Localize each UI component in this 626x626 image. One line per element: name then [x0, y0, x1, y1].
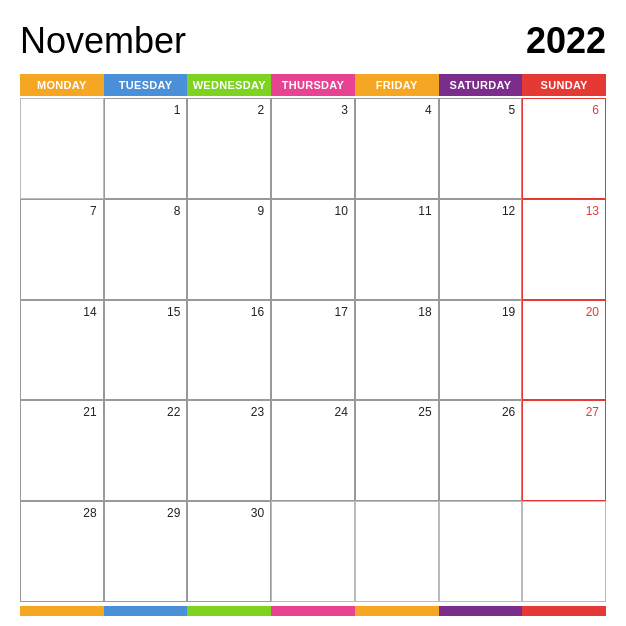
day-number: 22 [167, 405, 180, 419]
day-number: 1 [174, 103, 181, 117]
calendar-day-cell: 4 [355, 98, 439, 199]
day-header-sunday: Sunday [522, 74, 606, 96]
calendar-day-cell: 1 [104, 98, 188, 199]
calendar-day-cell: 2 [187, 98, 271, 199]
calendar-day-cell: 25 [355, 400, 439, 501]
calendar-grid: MondayTuesdayWednesdayThursdayFridaySatu… [20, 74, 606, 602]
calendar-day-cell: 20 [522, 300, 606, 401]
day-number: 20 [586, 305, 599, 319]
calendar-day-cell: 24 [271, 400, 355, 501]
calendar-day-cell: 23 [187, 400, 271, 501]
calendar-day-cell: 26 [439, 400, 523, 501]
calendar-day-cell: 11 [355, 199, 439, 300]
day-number: 21 [83, 405, 96, 419]
calendar-day-cell: 14 [20, 300, 104, 401]
calendar-day-cell: 15 [104, 300, 188, 401]
bar-friday [355, 606, 439, 616]
calendar-day-cell [355, 501, 439, 602]
calendar-day-cell: 17 [271, 300, 355, 401]
day-number: 2 [257, 103, 264, 117]
bar-wednesday [187, 606, 271, 616]
day-number: 3 [341, 103, 348, 117]
bottom-color-bar [20, 606, 606, 616]
day-number: 7 [90, 204, 97, 218]
day-header-thursday: Thursday [271, 74, 355, 96]
calendar-day-cell: 8 [104, 199, 188, 300]
calendar-day-cell: 29 [104, 501, 188, 602]
calendar-day-cell: 6 [522, 98, 606, 199]
day-number: 5 [509, 103, 516, 117]
calendar-day-cell: 28 [20, 501, 104, 602]
calendar-day-cell [522, 501, 606, 602]
calendar-day-cell: 18 [355, 300, 439, 401]
bar-sunday [522, 606, 606, 616]
days-grid: 1234567891011121314151617181920212223242… [20, 98, 606, 602]
day-number: 27 [586, 405, 599, 419]
day-number: 24 [334, 405, 347, 419]
bar-thursday [271, 606, 355, 616]
day-number: 13 [586, 204, 599, 218]
month-title: November [20, 20, 186, 62]
day-number: 18 [418, 305, 431, 319]
calendar-day-cell: 19 [439, 300, 523, 401]
calendar-header: November 2022 [20, 20, 606, 62]
day-header-friday: Friday [355, 74, 439, 96]
day-header-monday: Monday [20, 74, 104, 96]
day-number: 17 [334, 305, 347, 319]
day-number: 12 [502, 204, 515, 218]
day-number: 25 [418, 405, 431, 419]
day-header-wednesday: Wednesday [187, 74, 271, 96]
calendar-day-cell: 12 [439, 199, 523, 300]
calendar-day-cell [439, 501, 523, 602]
day-number: 16 [251, 305, 264, 319]
bar-tuesday [104, 606, 188, 616]
calendar-day-cell [271, 501, 355, 602]
calendar-day-cell: 21 [20, 400, 104, 501]
calendar-day-cell: 16 [187, 300, 271, 401]
day-number: 30 [251, 506, 264, 520]
calendar-day-cell: 30 [187, 501, 271, 602]
day-number: 19 [502, 305, 515, 319]
day-number: 9 [257, 204, 264, 218]
day-number: 29 [167, 506, 180, 520]
calendar-day-cell [20, 98, 104, 199]
calendar-day-cell: 7 [20, 199, 104, 300]
day-number: 6 [592, 103, 599, 117]
bar-saturday [439, 606, 523, 616]
day-number: 4 [425, 103, 432, 117]
calendar-container: November 2022 MondayTuesdayWednesdayThur… [0, 0, 626, 626]
day-header-tuesday: Tuesday [104, 74, 188, 96]
day-number: 23 [251, 405, 264, 419]
calendar-day-cell: 5 [439, 98, 523, 199]
calendar-day-cell: 27 [522, 400, 606, 501]
calendar-day-cell: 22 [104, 400, 188, 501]
day-number: 8 [174, 204, 181, 218]
day-number: 28 [83, 506, 96, 520]
day-header-saturday: Saturday [439, 74, 523, 96]
day-number: 10 [334, 204, 347, 218]
day-number: 11 [418, 204, 431, 218]
day-number: 26 [502, 405, 515, 419]
bar-monday [20, 606, 104, 616]
calendar-day-cell: 10 [271, 199, 355, 300]
day-number: 14 [83, 305, 96, 319]
year-title: 2022 [526, 20, 606, 62]
calendar-day-cell: 13 [522, 199, 606, 300]
day-headers-row: MondayTuesdayWednesdayThursdayFridaySatu… [20, 74, 606, 96]
calendar-day-cell: 3 [271, 98, 355, 199]
day-number: 15 [167, 305, 180, 319]
calendar-day-cell: 9 [187, 199, 271, 300]
